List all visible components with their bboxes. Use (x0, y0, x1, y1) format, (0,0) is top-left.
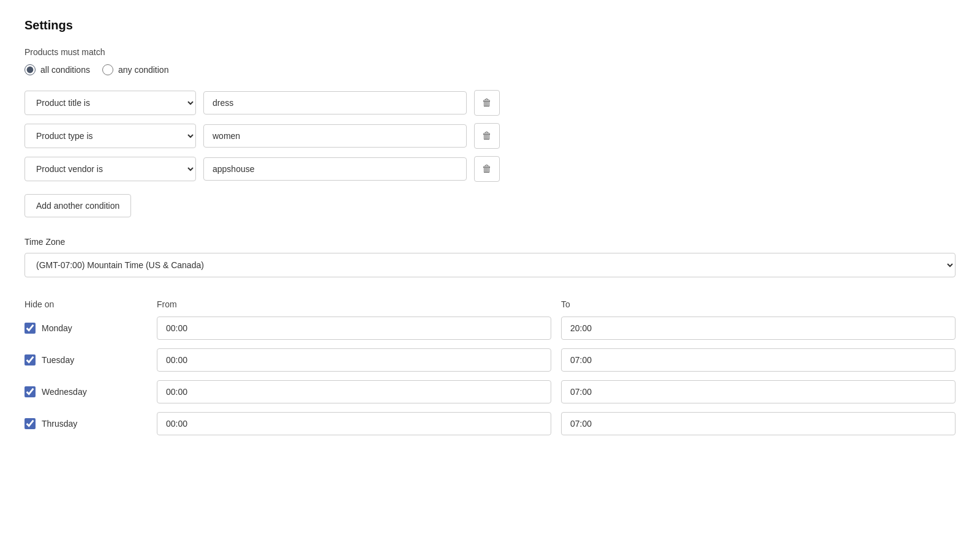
all-conditions-option[interactable]: all conditions (24, 64, 90, 75)
schedule-header: Hide on From To (24, 299, 956, 309)
schedule-row-tuesday: Tuesday (24, 348, 956, 372)
timezone-label: Time Zone (24, 237, 956, 247)
condition-select-3[interactable]: Product title is Product type is Product… (24, 157, 196, 181)
add-condition-button[interactable]: Add another condition (24, 194, 131, 217)
thursday-label: Thrusday (42, 419, 77, 429)
trash-icon-3: 🗑 (482, 163, 492, 174)
any-condition-label: any condition (118, 65, 169, 75)
to-header: To (561, 299, 956, 309)
delete-condition-2-button[interactable]: 🗑 (474, 123, 500, 149)
conditions-list: Product title is Product type is Product… (24, 90, 956, 182)
timezone-section: Time Zone (GMT-07:00) Mountain Time (US … (24, 237, 956, 294)
any-condition-option[interactable]: any condition (102, 64, 169, 75)
condition-select-1[interactable]: Product title is Product type is Product… (24, 91, 196, 115)
condition-row-1: Product title is Product type is Product… (24, 90, 956, 116)
thursday-checkbox[interactable] (24, 418, 36, 429)
schedule-row-wednesday: Wednesday (24, 380, 956, 403)
match-radio-group: all conditions any condition (24, 64, 956, 75)
condition-row-3: Product title is Product type is Product… (24, 156, 956, 182)
condition-select-2[interactable]: Product title is Product type is Product… (24, 124, 196, 148)
monday-checkbox[interactable] (24, 323, 36, 334)
any-condition-radio[interactable] (102, 64, 113, 75)
monday-to-input[interactable] (561, 317, 956, 340)
monday-day-label: Monday (24, 323, 147, 334)
all-conditions-label: all conditions (40, 65, 90, 75)
wednesday-checkbox[interactable] (24, 386, 36, 397)
products-must-match-section: Products must match all conditions any c… (24, 47, 956, 75)
schedule-row-monday: Monday (24, 317, 956, 340)
condition-input-2[interactable] (203, 124, 467, 148)
delete-condition-3-button[interactable]: 🗑 (474, 156, 500, 182)
schedule-section: Hide on From To Monday Tuesday Wednesday… (24, 299, 956, 435)
page-title: Settings (24, 18, 956, 32)
wednesday-day-label: Wednesday (24, 386, 147, 397)
tuesday-to-input[interactable] (561, 348, 956, 372)
timezone-select[interactable]: (GMT-07:00) Mountain Time (US & Canada) … (24, 253, 956, 277)
thursday-day-label: Thrusday (24, 418, 147, 429)
monday-label: Monday (42, 323, 72, 333)
delete-condition-1-button[interactable]: 🗑 (474, 90, 500, 116)
condition-row-2: Product title is Product type is Product… (24, 123, 956, 149)
trash-icon-1: 🗑 (482, 97, 492, 108)
tuesday-label: Tuesday (42, 355, 74, 365)
tuesday-checkbox[interactable] (24, 354, 36, 365)
wednesday-to-input[interactable] (561, 380, 956, 403)
wednesday-from-input[interactable] (157, 380, 551, 403)
all-conditions-radio[interactable] (24, 64, 36, 75)
monday-from-input[interactable] (157, 317, 551, 340)
trash-icon-2: 🗑 (482, 130, 492, 141)
thursday-to-input[interactable] (561, 412, 956, 435)
wednesday-label: Wednesday (42, 387, 87, 397)
from-header: From (157, 299, 551, 309)
hide-on-header: Hide on (24, 299, 147, 309)
condition-input-1[interactable] (203, 91, 467, 114)
tuesday-from-input[interactable] (157, 348, 551, 372)
products-match-label: Products must match (24, 47, 956, 57)
schedule-row-thursday: Thrusday (24, 412, 956, 435)
thursday-from-input[interactable] (157, 412, 551, 435)
tuesday-day-label: Tuesday (24, 354, 147, 365)
condition-input-3[interactable] (203, 157, 467, 181)
